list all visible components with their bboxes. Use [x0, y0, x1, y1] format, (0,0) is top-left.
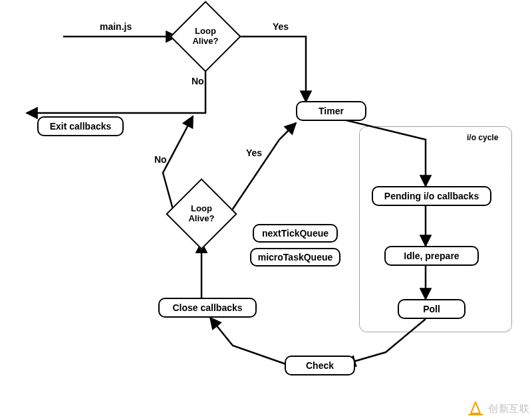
node-idle-prepare-label: Idle, prepare: [404, 251, 459, 261]
event-loop-diagram: LoopAlive? LoopAlive? main.js Yes No Yes…: [0, 0, 532, 420]
node-pending-io-label: Pending i/o callbacks: [384, 191, 479, 201]
brand-logo-icon: [467, 400, 484, 417]
branch-yes-top: Yes: [273, 21, 289, 32]
branch-no-bottom: No: [154, 154, 167, 165]
branch-no-top: No: [192, 76, 204, 86]
node-check: Check: [285, 356, 355, 375]
node-check-label: Check: [306, 360, 334, 371]
node-exit-callbacks: Exit callbacks: [37, 116, 124, 136]
io-cycle-label: i/o cycle: [467, 133, 498, 142]
node-idle-prepare: Idle, prepare: [384, 246, 479, 266]
node-micro-task-queue-label: microTaskQueue: [258, 252, 333, 262]
node-close-callbacks-label: Close callbacks: [172, 302, 242, 313]
node-close-callbacks: Close callbacks: [158, 298, 257, 318]
node-next-tick-queue: nextTickQueue: [253, 224, 338, 243]
node-next-tick-queue-label: nextTickQueue: [262, 228, 329, 239]
node-timer-label: Timer: [319, 106, 344, 116]
node-pending-io-callbacks: Pending i/o callbacks: [372, 186, 491, 206]
entry-label: main.js: [100, 21, 132, 32]
branch-yes-bottom: Yes: [246, 148, 262, 158]
watermark-text: 创新互联: [488, 403, 529, 415]
node-poll-label: Poll: [423, 304, 440, 314]
node-timer: Timer: [296, 101, 366, 121]
node-micro-task-queue: microTaskQueue: [250, 248, 340, 266]
watermark: 创新互联: [467, 400, 529, 417]
node-exit-callbacks-label: Exit callbacks: [50, 121, 112, 132]
node-poll: Poll: [398, 299, 466, 319]
